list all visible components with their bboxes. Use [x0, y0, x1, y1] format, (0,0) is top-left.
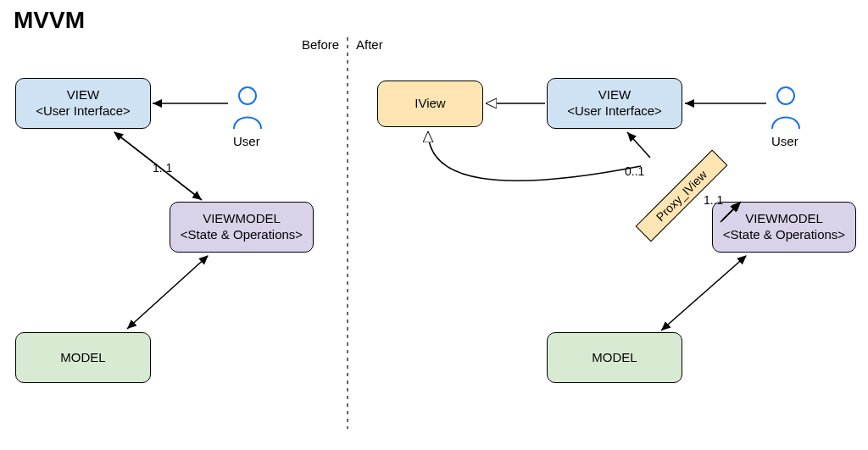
- page-title: MVVM: [14, 7, 85, 34]
- before-user-label: User: [233, 134, 260, 148]
- before-model-box: MODEL: [15, 332, 151, 383]
- before-label: Before: [302, 37, 339, 52]
- after-arrow-viewmodel-model: [661, 256, 746, 331]
- after-iview-box: IView: [377, 81, 483, 127]
- after-view-title: VIEW: [598, 87, 631, 103]
- before-viewmodel-subtitle: <State & Operations>: [181, 227, 303, 243]
- before-view-box: VIEW <User Interface>: [15, 78, 151, 129]
- before-edge-label: 1..1: [153, 161, 172, 175]
- before-arrow-viewmodel-model: [127, 256, 208, 329]
- after-user-icon: [772, 87, 799, 129]
- after-model-title: MODEL: [592, 350, 637, 366]
- after-view-subtitle: <User Interface>: [567, 103, 662, 119]
- before-viewmodel-title: VIEWMODEL: [203, 211, 281, 227]
- svg-point-0: [239, 87, 256, 104]
- after-model-box: MODEL: [547, 332, 682, 383]
- before-model-title: MODEL: [60, 350, 105, 366]
- after-iview-title: IView: [415, 96, 445, 112]
- after-proxy-title: Proxy_IView: [654, 168, 709, 224]
- before-view-subtitle: <User Interface>: [36, 103, 131, 119]
- diagram-canvas: MVVM Before After VIEW <User Interface> …: [0, 0, 868, 450]
- after-viewmodel-box: VIEWMODEL <State & Operations>: [712, 202, 856, 253]
- after-viewmodel-title: VIEWMODEL: [745, 211, 823, 227]
- after-user-label: User: [771, 134, 798, 148]
- before-view-title: VIEW: [67, 87, 99, 103]
- after-edge-proxy-vm-label: 1..1: [704, 193, 723, 207]
- after-label: After: [356, 37, 383, 52]
- after-viewmodel-subtitle: <State & Operations>: [723, 227, 845, 243]
- after-arrow-proxy-view: [627, 132, 650, 158]
- svg-point-1: [777, 87, 794, 104]
- after-view-box: VIEW <User Interface>: [547, 78, 682, 129]
- after-arrow-proxy-iview: [428, 131, 641, 181]
- after-edge-view-proxy-label: 0..1: [625, 164, 644, 178]
- before-viewmodel-box: VIEWMODEL <State & Operations>: [170, 202, 314, 253]
- before-user-icon: [234, 87, 261, 129]
